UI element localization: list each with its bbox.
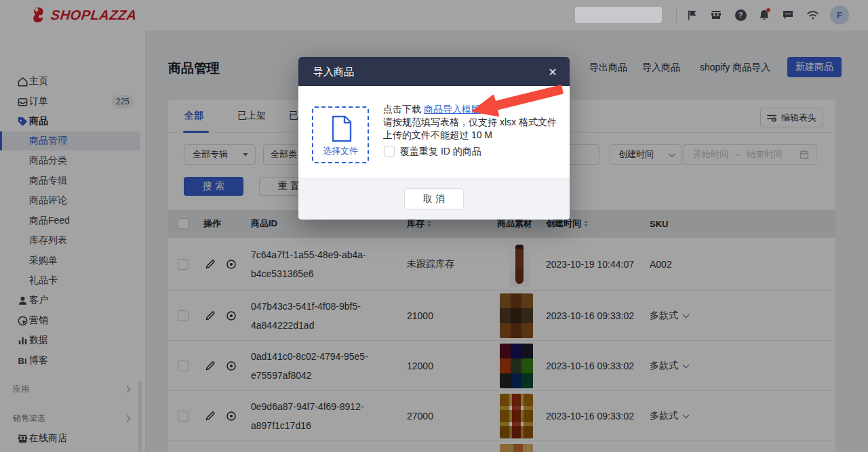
redacted-store-name <box>575 7 662 23</box>
app-window: SHOPLAZZA ? F 主页 订单 225 <box>0 0 868 452</box>
modal-footer: 取 消 <box>298 178 570 220</box>
close-icon[interactable]: ✕ <box>545 64 560 79</box>
modal-title: 导入商品 <box>313 66 354 79</box>
file-picker[interactable]: 选择文件 <box>312 106 369 163</box>
overwrite-checkbox[interactable] <box>384 146 395 157</box>
overwrite-checkbox-label: 覆盖重复 ID 的商品 <box>400 146 481 158</box>
cancel-button[interactable]: 取 消 <box>404 188 464 210</box>
annotation-arrow <box>468 80 566 121</box>
document-icon <box>331 115 353 142</box>
choose-file-label: 选择文件 <box>313 145 368 157</box>
size-note: 上传的文件不能超过 10 M <box>383 129 492 142</box>
download-template-line: 点击下载 商品导入模版 <box>383 104 481 116</box>
